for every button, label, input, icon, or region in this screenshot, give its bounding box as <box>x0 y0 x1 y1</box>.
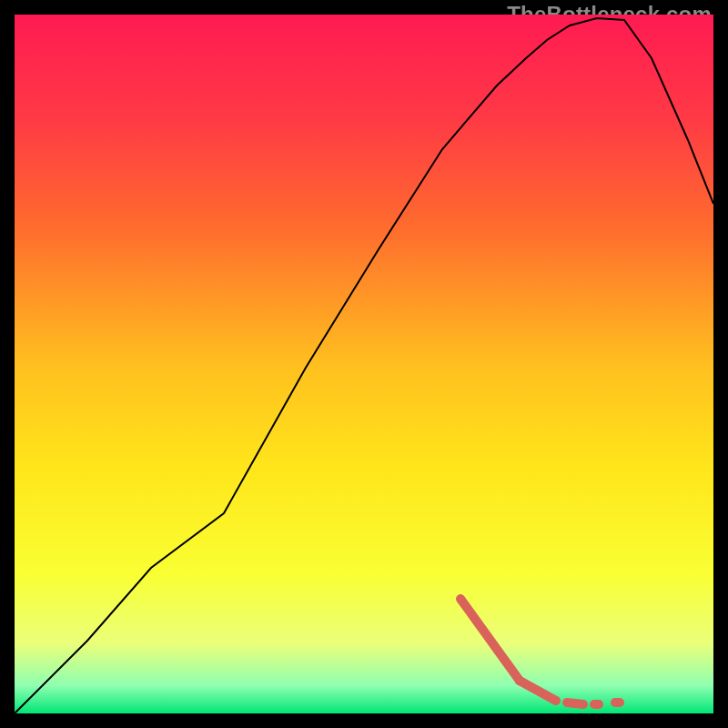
chart-svg <box>15 15 713 713</box>
gradient-background <box>15 15 713 713</box>
chart-frame: TheBottleneck.com <box>15 15 713 713</box>
highlight-dash <box>567 703 583 704</box>
